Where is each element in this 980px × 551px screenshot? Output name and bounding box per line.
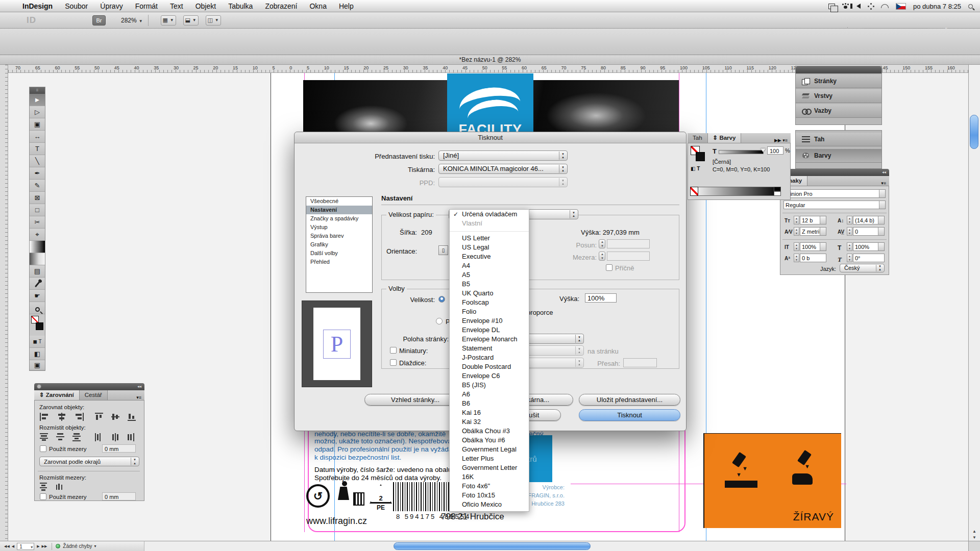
dock-item-barvy[interactable]: Barvy (796, 149, 881, 163)
menu-item-driver-defined[interactable]: Určená ovladačem (450, 210, 529, 219)
tint-slider-thumb[interactable] (761, 148, 766, 152)
display-sync-icon[interactable] (828, 4, 835, 9)
selection-tool[interactable]: ► (30, 94, 45, 106)
font-size-field[interactable]: 12 b (800, 216, 826, 224)
document-title-bar[interactable]: *Bez názvu-1 @ 282% (0, 55, 980, 65)
screen-mode-button-toolbox[interactable]: ▣ (30, 360, 45, 370)
tab-barvy[interactable]: ⇕ Barvy (708, 133, 742, 143)
menu-text[interactable]: Text (164, 0, 189, 12)
preflight-status-text[interactable]: Žádné chyby (63, 543, 92, 549)
ramp-white-swatch[interactable] (774, 191, 781, 196)
section-sprava-barev[interactable]: Správa barev (306, 232, 372, 240)
char-panel-menu-icon[interactable]: ▾≡ (878, 181, 889, 186)
language-select[interactable]: Český (840, 264, 885, 272)
font-size-stepper[interactable] (794, 216, 799, 224)
pen-tool[interactable]: ✒ (30, 167, 45, 180)
section-grafiky[interactable]: Grafiky (306, 240, 372, 249)
hscale-stepper[interactable] (847, 242, 852, 251)
tab-cestar[interactable]: Cestář (80, 390, 108, 400)
align-panel-header[interactable]: ◂◂ (34, 383, 144, 390)
rectangle-frame-tool[interactable]: ⊠ (30, 192, 45, 204)
align-right-button[interactable] (72, 413, 84, 421)
align-to-select[interactable]: Zarovnat podle okrajů (39, 457, 139, 466)
view-options-button[interactable]: ▦▼ (161, 15, 176, 26)
leading-field[interactable]: (14,4 b) (853, 216, 885, 224)
tint-value-field[interactable]: 100 (767, 146, 783, 155)
preset-select[interactable]: [Jiné] (438, 151, 568, 161)
pencil-tool[interactable]: ✎ (30, 180, 45, 192)
transverse-checkbox[interactable] (606, 264, 612, 271)
save-preset-button[interactable]: Uložit přednastavení... (579, 394, 680, 406)
horizontal-scrollbar[interactable] (144, 541, 968, 551)
dock-header[interactable] (796, 66, 881, 73)
options-height-field[interactable]: 100% (585, 293, 617, 303)
dist-vcenter-button[interactable] (56, 433, 67, 441)
vertical-scrollbar[interactable]: ▲ ▼ (968, 65, 980, 541)
dist-right-button[interactable] (128, 433, 139, 441)
zoom-tool[interactable] (30, 302, 45, 314)
dist-bottom-button[interactable] (72, 433, 84, 441)
align-bottom-button[interactable] (128, 413, 139, 421)
fit-paper-radio[interactable] (436, 318, 443, 324)
h-scroll-thumb[interactable] (394, 542, 591, 550)
panel-collapse2-icon[interactable]: ◂◂ (137, 384, 141, 389)
section-nastaveni[interactable]: Nastavení (306, 206, 372, 214)
note-tool[interactable]: ▤ (30, 265, 45, 278)
direct-selection-tool[interactable]: ▷ (30, 106, 45, 118)
menu-upravy[interactable]: Úpravy (94, 0, 129, 12)
free-transform-tool[interactable]: ⌖ (30, 229, 45, 241)
font-style-select[interactable]: Regular (783, 201, 886, 209)
section-znacky[interactable]: Značky a spadávky (306, 214, 372, 223)
zoom-level-select[interactable]: 282%▼ (121, 17, 143, 24)
baseline-stepper[interactable] (794, 254, 799, 262)
menu-okna[interactable]: Okna (303, 0, 332, 12)
menu-objekt[interactable]: Objekt (189, 0, 222, 12)
first-page-button[interactable]: ◀◀ (4, 544, 10, 548)
menu-zobrazeni[interactable]: Zobrazení (259, 0, 303, 12)
arrange-documents-button[interactable]: ◫▼ (206, 15, 221, 26)
tab-zarovnani[interactable]: ⇕ Zarovnání (34, 390, 80, 400)
size-width-radio[interactable] (438, 296, 445, 303)
page-number-select[interactable]: 1 (17, 543, 34, 550)
baseline-field[interactable]: 0 b (800, 254, 826, 262)
menu-soubor[interactable]: Soubor (59, 0, 94, 12)
skew-field[interactable]: 0° (853, 254, 885, 262)
hscale-field[interactable]: 100% (853, 242, 885, 251)
vscale-field[interactable]: 100% (800, 242, 826, 251)
preflight-menu-arrow[interactable]: ▾ (94, 544, 96, 548)
menu-tabulka[interactable]: Tabulka (222, 0, 259, 12)
tiles-checkbox[interactable] (390, 359, 397, 366)
tint-slider[interactable] (719, 150, 764, 154)
dock-item-vazby[interactable]: Vazby (796, 104, 881, 118)
orientation-portrait-button[interactable]: ▯ (438, 245, 448, 255)
dist-top-button[interactable] (40, 433, 51, 441)
ramp-none-swatch[interactable] (690, 187, 698, 196)
mini-swatch-t[interactable]: ◧ T (691, 166, 700, 171)
keyboard-nav-icon[interactable] (868, 3, 874, 9)
align-panel-menu-icon[interactable]: ▾≡ (133, 395, 144, 400)
wifi-icon[interactable] (881, 4, 889, 8)
panel-collapse-icon[interactable]: ▶▶ ▾≡ (771, 138, 791, 143)
line-tool[interactable]: ╲ (30, 155, 45, 167)
scroll-up-arrow[interactable]: ▲ (969, 529, 980, 534)
formatting-affects-buttons[interactable]: ◼ T (30, 336, 45, 348)
ramp-black-swatch[interactable] (774, 187, 781, 191)
menu-help[interactable]: Help (333, 0, 360, 12)
apple-menu-icon[interactable] (0, 0, 16, 12)
gradient-swatch-tool[interactable] (30, 241, 45, 253)
dist-hspace-button[interactable] (56, 483, 67, 491)
type-tool[interactable]: T (30, 143, 45, 155)
align-hcenter-button[interactable] (56, 413, 67, 421)
print-button[interactable]: Tisknout (579, 409, 680, 421)
menu-format[interactable]: Formát (129, 0, 164, 12)
bridge-button[interactable]: Br (92, 15, 106, 26)
character-panel-header[interactable]: ◂◂ (780, 169, 889, 176)
hand-tool[interactable]: ☛ (30, 290, 45, 302)
paw-icon[interactable] (842, 3, 849, 9)
volume-icon[interactable] (856, 4, 861, 9)
rectangle-tool[interactable]: □ (30, 204, 45, 216)
dist-left-button[interactable] (95, 433, 106, 441)
align-top-button[interactable] (95, 413, 106, 421)
leading-stepper[interactable] (847, 216, 852, 224)
use-spacing-checkbox[interactable] (40, 445, 46, 452)
